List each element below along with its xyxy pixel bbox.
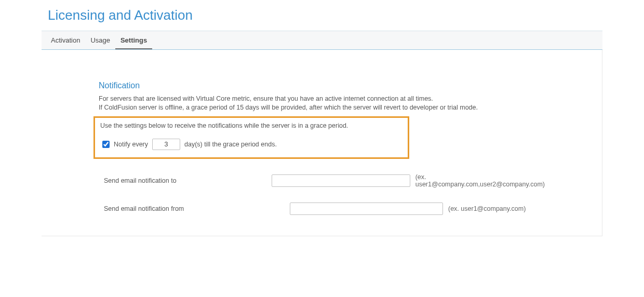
email-to-input[interactable]: [272, 174, 410, 187]
tab-bar: Activation Usage Settings: [42, 31, 602, 50]
notification-help-2: If ColdFusion server is offline, a grace…: [99, 103, 545, 112]
grace-period-highlight: Use the settings below to receive the no…: [93, 116, 409, 159]
email-from-label: Send email notification from: [99, 205, 290, 212]
email-from-hint: (ex. user1@company.com): [448, 205, 526, 212]
settings-panel: Notification For servers that are licens…: [42, 50, 602, 236]
notify-checkbox[interactable]: [102, 141, 110, 148]
notify-prefix: Notify every: [114, 141, 148, 148]
tab-settings[interactable]: Settings: [115, 31, 152, 49]
notification-heading: Notification: [99, 81, 545, 90]
page-title: Licensing and Activation: [42, 0, 602, 31]
notify-row: Notify every day(s) till the grace perio…: [100, 139, 403, 150]
email-to-row: Send email notification to (ex. user1@co…: [99, 173, 545, 188]
email-to-hint: (ex. user1@company.com,user2@company.com…: [415, 173, 545, 188]
email-from-row: Send email notification from (ex. user1@…: [99, 203, 545, 215]
page-container: Licensing and Activation Activation Usag…: [0, 0, 644, 236]
email-to-label: Send email notification to: [99, 177, 272, 184]
tab-usage[interactable]: Usage: [85, 31, 115, 49]
grace-period-instruction: Use the settings below to receive the no…: [100, 122, 403, 129]
notify-days-input[interactable]: [152, 139, 180, 150]
email-from-input[interactable]: [290, 203, 443, 215]
tab-activation[interactable]: Activation: [46, 31, 85, 49]
notify-suffix: day(s) till the grace period ends.: [184, 141, 277, 148]
notification-help-1: For servers that are licensed with Virtu…: [99, 95, 545, 103]
